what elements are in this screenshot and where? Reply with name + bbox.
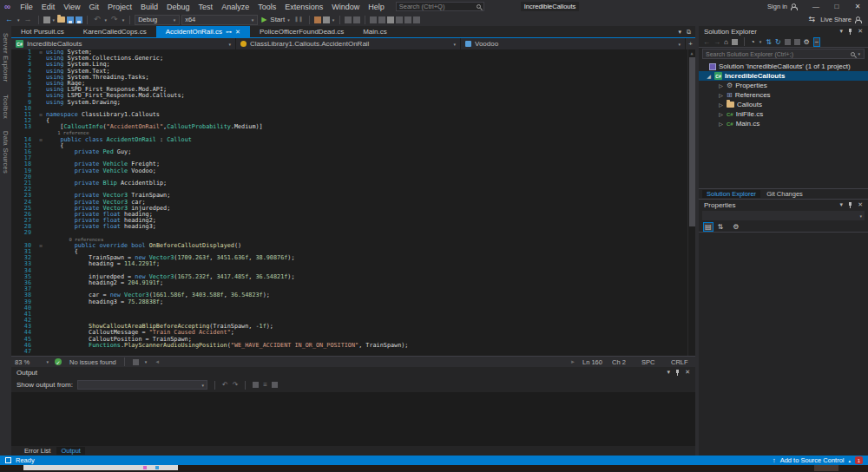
word-wrap-icon[interactable]: ≡ xyxy=(263,381,267,389)
start-dropdown-icon[interactable]: ▾ xyxy=(286,17,291,23)
close-icon[interactable]: ✕ xyxy=(685,369,690,376)
close-tab-icon[interactable]: ✕ xyxy=(235,29,240,36)
filter-dropdown-icon[interactable]: ▾ xyxy=(759,39,763,44)
menu-item-help[interactable]: Help xyxy=(364,3,389,11)
tool-tab-git-changes[interactable]: Git Changes xyxy=(762,190,807,198)
navigate-back-dropdown-icon[interactable]: ▾ xyxy=(16,17,21,23)
output-source-dropdown[interactable]: ▾ xyxy=(77,380,207,390)
menu-item-project[interactable]: Project xyxy=(103,3,136,11)
sync-with-active-document-icon[interactable]: ⇅ xyxy=(766,38,772,46)
navigate-forward-icon[interactable]: → xyxy=(23,15,34,24)
menu-item-build[interactable]: Build xyxy=(136,3,162,11)
open-file-icon[interactable] xyxy=(57,16,65,23)
next-bookmark-icon[interactable] xyxy=(404,16,411,23)
scroll-left-icon[interactable]: ◄ xyxy=(155,359,160,364)
source-control-caret-icon[interactable]: ▴ xyxy=(848,458,851,463)
refresh-icon[interactable]: ↻ xyxy=(775,38,781,46)
solution-configuration-dropdown[interactable]: Debug ▾ xyxy=(135,15,180,25)
editor-tab[interactable]: KarenCalledCops.cs xyxy=(74,26,156,37)
spaces-indicator[interactable]: SPC xyxy=(641,358,671,366)
live-share-button[interactable]: Live Share xyxy=(820,16,852,23)
solution-platform-dropdown[interactable]: x64 ▾ xyxy=(181,15,258,25)
pin-icon[interactable] xyxy=(849,202,852,208)
screenshot-dropdown-icon[interactable]: ▾ xyxy=(332,17,336,23)
home-icon[interactable]: ⌂ xyxy=(724,38,728,46)
editor-tab[interactable]: AccidentOnRail.cs⊶✕ xyxy=(156,26,250,37)
editor-tab[interactable]: Hot Pursuit.cs xyxy=(11,26,74,37)
comment-icon[interactable] xyxy=(370,16,377,23)
new-project-icon[interactable] xyxy=(43,16,50,23)
back-circle-icon[interactable]: ← xyxy=(703,38,710,46)
side-tab-server-explorer[interactable]: Server Explorer xyxy=(2,33,10,82)
fold-marker-icon[interactable]: ⊟ xyxy=(36,49,46,56)
pin-tab-icon[interactable]: ⊶ xyxy=(226,29,232,36)
tree-item-callouts[interactable]: ▷Callouts xyxy=(699,100,868,109)
properties-object-dropdown[interactable]: ▾ xyxy=(702,211,865,220)
bottom-tab-error-list[interactable]: Error List xyxy=(20,447,55,455)
expander-icon[interactable]: ▷ xyxy=(718,121,724,127)
editor-tab[interactable]: PoliceOfficerFoundDead.cs xyxy=(250,26,353,37)
navigate-to-icon[interactable] xyxy=(353,16,360,23)
side-tab-data-sources[interactable]: Data Sources xyxy=(2,131,10,174)
collapse-all-icon[interactable] xyxy=(785,39,791,45)
sign-in-button[interactable]: Sign in xyxy=(764,3,791,10)
health-status-label[interactable]: No issues found xyxy=(69,358,116,366)
expander-icon[interactable]: ▷ xyxy=(718,102,724,108)
menu-item-debug[interactable]: Debug xyxy=(162,3,194,11)
prev-bookmark-icon[interactable] xyxy=(396,16,403,23)
clear-all-icon[interactable] xyxy=(253,382,259,388)
close-icon[interactable]: ✕ xyxy=(858,201,863,208)
pin-icon[interactable] xyxy=(849,29,852,35)
float-window-icon[interactable]: ⧉ xyxy=(687,29,691,36)
tree-item-properties[interactable]: ▷⚙Properties xyxy=(699,81,868,90)
output-content[interactable] xyxy=(11,392,695,446)
diff-icon[interactable] xyxy=(133,359,139,365)
tree-item-main-cs[interactable]: ▷C#Main.cs xyxy=(699,119,868,128)
preview-selected-items-icon[interactable]: − xyxy=(813,37,821,47)
scrollbar-thumb[interactable] xyxy=(689,57,695,226)
editor-vertical-scrollbar[interactable]: ▲ xyxy=(687,49,695,356)
zoom-level-dropdown[interactable]: 83 % ▾ xyxy=(15,358,49,366)
redo-dropdown-icon[interactable]: ▾ xyxy=(122,17,126,23)
clear-bookmarks-icon[interactable] xyxy=(413,16,420,23)
property-pages-icon[interactable]: ⚙ xyxy=(733,223,739,231)
active-files-dropdown-icon[interactable]: ▾ xyxy=(678,29,681,36)
pin-icon[interactable] xyxy=(676,370,679,376)
navigate-back-icon[interactable]: ← xyxy=(3,15,15,24)
show-all-files-icon[interactable] xyxy=(794,39,800,45)
line-ending-indicator[interactable]: CRLF xyxy=(671,358,692,366)
screenshot-icon[interactable] xyxy=(323,16,330,23)
close-button[interactable]: ✕ xyxy=(847,3,868,10)
add-to-source-control-button[interactable]: Add to Source Control xyxy=(780,456,845,464)
minimize-button[interactable]: — xyxy=(806,3,826,10)
background-tasks-icon[interactable] xyxy=(5,457,11,463)
find-in-files-icon[interactable] xyxy=(345,16,352,23)
side-tab-toolbox[interactable]: Toolbox xyxy=(2,95,10,119)
tree-item-references[interactable]: ▷⊞References xyxy=(699,90,868,100)
save-all-icon[interactable] xyxy=(76,16,82,23)
undo-dropdown-icon[interactable]: ▾ xyxy=(104,17,108,23)
cursor-line-indicator[interactable]: Ln 160 xyxy=(582,358,612,366)
chevron-down-icon[interactable]: ▾ xyxy=(144,359,148,364)
alphabetical-icon[interactable]: ⇅ xyxy=(718,223,724,231)
bookmark-icon[interactable] xyxy=(387,16,394,23)
code-area[interactable]: 1⊟using System;2using System.Collections… xyxy=(11,49,687,356)
bottom-tab-output[interactable]: Output xyxy=(56,447,85,455)
expander-icon[interactable]: ◢ xyxy=(706,73,712,79)
close-icon[interactable]: ✕ xyxy=(858,28,863,35)
categorized-icon[interactable]: ▤ xyxy=(703,222,713,232)
package-icon[interactable] xyxy=(314,16,321,23)
fold-marker-icon[interactable]: ⊟ xyxy=(36,112,46,118)
menu-item-edit[interactable]: Edit xyxy=(37,3,60,11)
switch-views-icon[interactable] xyxy=(732,39,738,45)
uncomment-icon[interactable] xyxy=(378,16,385,23)
notifications-icon[interactable]: 1 xyxy=(855,456,863,464)
redo-icon[interactable]: ↷ xyxy=(109,15,120,24)
cursor-column-indicator[interactable]: Ch 2 xyxy=(612,358,641,366)
menu-item-view[interactable]: View xyxy=(59,3,84,11)
forward-circle-icon[interactable]: → xyxy=(713,38,720,46)
pending-changes-filter-icon[interactable]: ◔ xyxy=(751,38,755,46)
expander-icon[interactable]: ▷ xyxy=(718,111,724,117)
editor-tab[interactable]: Main.cs xyxy=(353,26,397,37)
fold-marker-icon[interactable]: ⊟ xyxy=(36,137,46,143)
